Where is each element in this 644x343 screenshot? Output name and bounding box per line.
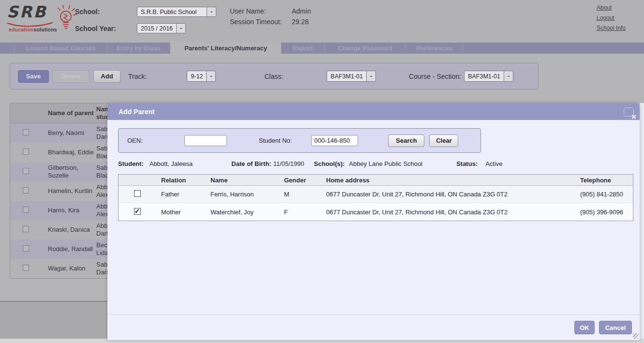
telephone-value: (905) 841-2850 (569, 191, 633, 198)
col-name: Name (210, 177, 284, 184)
school-year-select[interactable]: 2015 / 2016 (137, 23, 186, 33)
schools-label: School(s): (314, 160, 345, 167)
tab-bar: Lesson Based Courses Entry by Class Pare… (0, 43, 644, 54)
tab-report[interactable]: Report (281, 43, 325, 54)
oen-input[interactable] (184, 135, 227, 146)
logo: SRB educationsolutions (7, 4, 79, 39)
save-button[interactable]: Save (18, 70, 49, 83)
status-label: Status: (456, 160, 478, 167)
add-parent-dialog: Add Parent OEN: Student No: Search Clear… (107, 103, 640, 340)
chevron-down-icon (504, 71, 513, 81)
search-button[interactable]: Search (388, 134, 424, 147)
school-year-label: School Year: (75, 25, 116, 32)
dialog-title: Add Parent (119, 108, 155, 116)
logout-link[interactable]: Logout (597, 15, 626, 21)
tab-parents-literacy-numeracy[interactable]: Parents' Literacy/Numeracy (170, 43, 281, 54)
parent-name: Gilbertson, Suzelle (48, 162, 96, 181)
class-select[interactable]: BAF3M1-01 (327, 71, 376, 82)
clear-button[interactable]: Clear (429, 134, 458, 147)
relation-value: Mother (161, 209, 210, 216)
chevron-down-icon (176, 24, 185, 33)
parent-name: Wagar, Kalon (48, 263, 96, 274)
results-header: Relation Name Gender Home address Teleph… (119, 175, 633, 186)
col-name-of-parent: Name of parent (48, 107, 96, 119)
parent-name: Bhardwaj, Eddie (48, 147, 96, 158)
student-no-label: Student No: (259, 137, 292, 144)
school-info-link[interactable]: School Info (597, 25, 626, 31)
parent-name: Harris, Kira (48, 205, 96, 216)
col-gender: Gender (284, 177, 326, 184)
row-checkbox[interactable] (23, 226, 29, 232)
table-row: Mother Waterchief, Joy F 0677 Duncaster … (119, 203, 633, 221)
name-value: Ferris, Harrison (210, 191, 284, 198)
tab-entry-by-class[interactable]: Entry by Class (107, 43, 170, 54)
tab-preferences[interactable]: Preferences (406, 43, 463, 54)
student-label: Student: (118, 160, 144, 167)
status-value: Active (485, 160, 502, 167)
dialog-titlebar: Add Parent (107, 103, 640, 120)
checkbox-unchecked[interactable] (134, 190, 141, 197)
school-select[interactable]: S.R.B. Public School (137, 7, 216, 17)
course-section-label: Course - Section: (409, 73, 461, 80)
name-value: Waterchief, Joy (210, 209, 284, 216)
close-icon[interactable] (624, 107, 634, 117)
class-label: Class: (264, 73, 283, 80)
school-label: School: (75, 8, 100, 15)
row-checkbox[interactable] (23, 187, 29, 194)
row-checkbox[interactable] (23, 168, 29, 174)
schools-value: Abbey Lane Public School (349, 160, 422, 167)
student-no-input[interactable] (311, 135, 358, 146)
dob-value: 11/05/1990 (273, 160, 304, 167)
parent-name: Berry, Naomi (48, 127, 96, 139)
chevron-down-icon (206, 71, 215, 81)
course-section-select[interactable]: BAF3M1-01 (464, 71, 513, 82)
row-checkbox[interactable] (23, 265, 29, 271)
tab-lesson-based-courses[interactable]: Lesson Based Courses (15, 43, 107, 54)
col-home-address: Home address (326, 177, 569, 184)
relation-value: Father (161, 191, 210, 198)
ok-button[interactable]: OK (574, 321, 595, 334)
header-links: About Logout School Info (597, 4, 626, 31)
checkbox-checked[interactable] (134, 208, 141, 215)
track-label: Track: (128, 73, 147, 80)
gender-value: F (284, 209, 326, 216)
parent-name: Roddie, Randall (48, 243, 96, 255)
cancel-button[interactable]: Cancel (599, 321, 632, 334)
col-telephone: Telephone (569, 177, 633, 184)
resize-handle-icon[interactable] (633, 333, 638, 339)
session-info: User Name: Admin Session Timeout: 29:28 (230, 7, 311, 26)
gender-value: M (284, 191, 326, 198)
col-relation: Relation (161, 177, 210, 184)
row-checkbox[interactable] (23, 129, 29, 135)
tab-spacer (0, 43, 15, 54)
about-link[interactable]: About (597, 4, 626, 11)
parents-results-table: Relation Name Gender Home address Teleph… (118, 174, 633, 221)
user-name-value: Admin (292, 7, 311, 15)
address-value: 0677 Duncaster Dr, Unit 27, Richmond Hil… (326, 191, 569, 198)
chevron-down-icon (207, 7, 216, 16)
table-row: Father Ferris, Harrison M 0677 Duncaster… (119, 186, 633, 203)
header: SRB educationsolutions School: S.R.B. Pu… (0, 0, 644, 43)
dob-label: Date of Birth: (231, 160, 271, 167)
telephone-value: (905) 396-9096 (569, 209, 633, 216)
app-window: SRB educationsolutions School: S.R.B. Pu… (0, 0, 644, 343)
search-panel: OEN: Student No: Search Clear (118, 128, 481, 153)
chevron-down-icon (366, 71, 375, 81)
session-timeout-label: Session Timeout: (230, 18, 292, 26)
user-name-label: User Name: (230, 7, 292, 15)
tab-change-password[interactable]: Change Password (325, 43, 406, 54)
address-value: 0677 Duncaster Dr, Unit 27, Richmond Hil… (326, 209, 569, 216)
add-button[interactable]: Add (93, 70, 120, 83)
oen-label: OEN: (127, 137, 143, 144)
toolbar: Save Delete Add Track: 9-12 Class: BAF3M… (10, 63, 539, 89)
parent-name: Hamelin, Kurtlin (48, 185, 96, 197)
row-checkbox[interactable] (23, 149, 29, 155)
row-checkbox[interactable] (23, 207, 29, 213)
row-checkbox[interactable] (23, 245, 29, 252)
track-select[interactable]: 9-12 (187, 71, 216, 82)
parent-name: Kriaski, Danica (48, 224, 96, 236)
session-timeout-value: 29:28 (292, 18, 311, 26)
dialog-footer: OK Cancel (107, 314, 640, 340)
right-edge-strip (640, 103, 644, 339)
logo-subtitle: educationsolutions (9, 27, 57, 32)
